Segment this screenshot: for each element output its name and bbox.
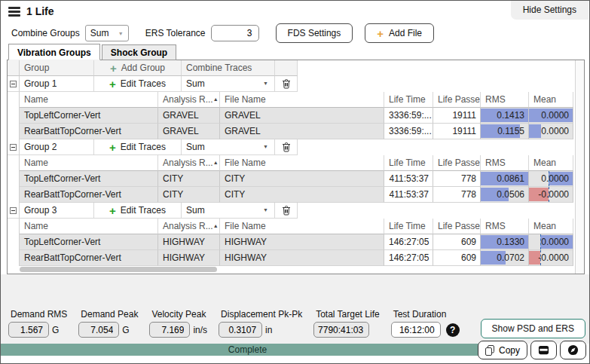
analysis-cell[interactable]: GRAVEL [158, 124, 220, 139]
life-time-cell[interactable]: 3336:59:... [384, 108, 433, 124]
life-passes-column-header[interactable]: Life Passes [433, 92, 481, 108]
analysis-cell[interactable]: CITY [158, 171, 220, 187]
file-name-cell[interactable]: GRAVEL [220, 124, 384, 139]
mean-cell[interactable]: 0.0000 [529, 124, 573, 139]
collapse-toggle-icon[interactable] [10, 144, 17, 151]
collapse-toggle-icon[interactable] [10, 81, 17, 87]
mean-cell[interactable]: 0.0000 [529, 234, 573, 250]
trace-name-cell[interactable]: RearBattTopCorner-Vert [20, 124, 158, 139]
group-name[interactable]: Group 2 [20, 139, 94, 155]
analysis-cell[interactable]: GRAVEL [158, 108, 220, 124]
trace-name-cell[interactable]: TopLeftCorner-Vert [20, 171, 158, 187]
rms-column-header[interactable]: RMS [481, 92, 529, 108]
copy-button[interactable]: Copy [478, 341, 527, 359]
mean-cell[interactable]: 0.0000 [529, 108, 573, 124]
add-group-button[interactable]: + Add Group [94, 60, 182, 76]
analysis-column-header[interactable]: Analysis R...▲ [158, 155, 220, 171]
navigate-button[interactable] [560, 341, 586, 359]
trace-name-cell[interactable]: RearBattTopCorner-Vert [20, 250, 158, 266]
name-column-header[interactable]: Name [20, 219, 158, 234]
life-time-cell[interactable]: 146:27:05 [384, 234, 433, 250]
life-passes-cell[interactable]: 19111 [433, 124, 481, 139]
life-time-cell[interactable]: 411:53:37 [384, 171, 433, 187]
show-psd-ers-button[interactable]: Show PSD and ERS [481, 319, 585, 338]
horizontal-scrollbar[interactable] [20, 267, 217, 272]
table-row[interactable]: TopLeftCorner-Vert HIGHWAY HIGHWAY 146:2… [8, 234, 584, 250]
ers-tolerance-input[interactable] [211, 25, 259, 41]
life-passes-column-header[interactable]: Life Passes [433, 219, 481, 234]
life-time-column-header[interactable]: Life Time [384, 219, 433, 234]
file-name-cell[interactable]: HIGHWAY [220, 234, 384, 250]
mean-cell[interactable]: 0.0000 [529, 171, 573, 187]
group-name[interactable]: Group 1 [20, 76, 94, 92]
file-name-cell[interactable]: CITY [220, 171, 384, 187]
analysis-column-header[interactable]: Analysis R...▲ [158, 219, 220, 234]
table-row[interactable]: RearBattTopCorner-Vert CITY CITY 411:53:… [8, 187, 584, 203]
menu-icon[interactable] [8, 7, 20, 17]
add-file-button[interactable]: + Add File [365, 23, 434, 43]
trace-name-cell[interactable]: TopLeftCorner-Vert [20, 234, 158, 250]
rms-cell[interactable]: 0.0702 [481, 250, 529, 266]
life-time-cell[interactable]: 3336:59:... [384, 124, 433, 139]
analysis-cell[interactable]: HIGHWAY [158, 250, 220, 266]
mean-column-header[interactable]: Mean [529, 155, 573, 171]
delete-group-button[interactable] [275, 139, 298, 155]
life-time-cell[interactable]: 411:53:37 [384, 187, 433, 203]
life-time-column-header[interactable]: Life Time [384, 155, 433, 171]
test-duration-input[interactable] [391, 322, 441, 338]
mean-cell[interactable]: -0.0000 [529, 187, 573, 203]
file-name-column-header[interactable]: File Name [220, 219, 384, 234]
file-name-cell[interactable]: GRAVEL [220, 108, 384, 124]
collapse-toggle-icon[interactable] [10, 207, 17, 214]
trace-name-cell[interactable]: TopLeftCorner-Vert [20, 108, 158, 124]
trace-name-cell[interactable]: RearBattTopCorner-Vert [20, 187, 158, 203]
table-row[interactable]: RearBattTopCorner-Vert HIGHWAY HIGHWAY 1… [8, 250, 584, 266]
rms-cell[interactable]: 0.1413 [481, 108, 529, 124]
edit-traces-button[interactable]: + Edit Traces [94, 76, 182, 92]
tab-vibration-groups[interactable]: Vibration Groups [8, 44, 100, 60]
file-name-cell[interactable]: CITY [220, 187, 384, 203]
vertical-scrollbar-track[interactable] [575, 60, 584, 274]
life-passes-cell[interactable]: 609 [433, 250, 481, 266]
analysis-cell[interactable]: CITY [158, 187, 220, 203]
life-time-cell[interactable]: 146:27:05 [384, 250, 433, 266]
rms-cell[interactable]: 0.1155 [481, 124, 529, 139]
life-passes-cell[interactable]: 778 [433, 171, 481, 187]
edit-traces-button[interactable]: + Edit Traces [94, 139, 182, 155]
life-passes-column-header[interactable]: Life Passes [433, 155, 481, 171]
file-name-column-header[interactable]: File Name [220, 92, 384, 108]
group-name[interactable]: Group 3 [20, 203, 94, 219]
mean-cell[interactable]: -0.0000 [529, 250, 573, 266]
rms-cell[interactable]: 0.0506 [481, 187, 529, 203]
analysis-column-header[interactable]: Analysis R...▲ [158, 92, 220, 108]
rms-column-header[interactable]: RMS [481, 155, 529, 171]
life-passes-cell[interactable]: 609 [433, 234, 481, 250]
tab-shock-group[interactable]: Shock Group [102, 44, 176, 60]
delete-group-button[interactable] [275, 76, 298, 92]
mean-column-header[interactable]: Mean [529, 219, 573, 234]
name-column-header[interactable]: Name [20, 92, 158, 108]
file-name-column-header[interactable]: File Name [220, 155, 384, 171]
table-row[interactable]: RearBattTopCorner-Vert GRAVEL GRAVEL 333… [8, 124, 584, 139]
file-name-cell[interactable]: HIGHWAY [220, 250, 384, 266]
edit-traces-button[interactable]: + Edit Traces [94, 203, 182, 219]
combine-traces-dropdown[interactable]: Sum ▼ [182, 139, 275, 155]
table-row[interactable]: TopLeftCorner-Vert CITY CITY 411:53:37 7… [8, 171, 584, 187]
rms-column-header[interactable]: RMS [481, 219, 529, 234]
life-passes-cell[interactable]: 778 [433, 187, 481, 203]
hide-settings-button[interactable]: Hide Settings [511, 1, 588, 20]
fds-settings-button[interactable]: FDS Settings [276, 23, 353, 43]
delete-group-button[interactable] [275, 203, 298, 219]
table-row[interactable]: TopLeftCorner-Vert GRAVEL GRAVEL 3336:59… [8, 108, 584, 124]
mean-column-header[interactable]: Mean [529, 92, 573, 108]
name-column-header[interactable]: Name [20, 155, 158, 171]
combine-groups-dropdown[interactable]: Sum ▼ [85, 25, 129, 41]
rms-cell[interactable]: 0.1330 [481, 234, 529, 250]
split-view-button[interactable] [530, 341, 557, 359]
combine-traces-dropdown[interactable]: Sum ▼ [182, 76, 275, 92]
analysis-cell[interactable]: HIGHWAY [158, 234, 220, 250]
life-passes-cell[interactable]: 19111 [433, 108, 481, 124]
rms-cell[interactable]: 0.0861 [481, 171, 529, 187]
combine-traces-dropdown[interactable]: Sum ▼ [182, 203, 275, 219]
life-time-column-header[interactable]: Life Time [384, 92, 433, 108]
